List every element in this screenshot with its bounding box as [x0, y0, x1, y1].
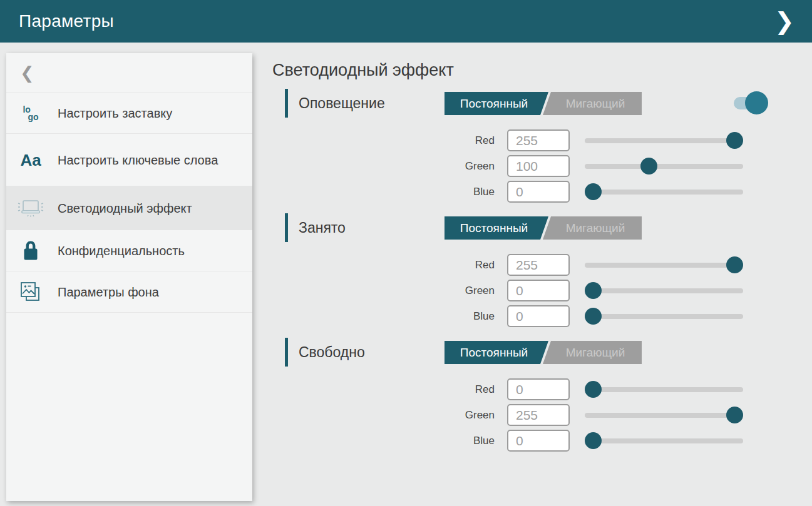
- section-busy: Занято Постоянный Мигающий Red Green: [272, 213, 812, 329]
- section-accent-bar: [285, 338, 288, 367]
- sidebar-item-label: Конфиденциальность: [58, 243, 191, 259]
- red-slider[interactable]: [585, 256, 743, 273]
- panel-title: Светодиодный эффект: [272, 61, 812, 80]
- chevron-right-icon[interactable]: ❯: [767, 0, 802, 43]
- slider-thumb[interactable]: [726, 132, 743, 149]
- led-effect-panel: Светодиодный эффект Оповещение Постоянны…: [272, 61, 812, 462]
- sidebar-item-splash-screen[interactable]: logo Настроить заставку: [6, 93, 252, 134]
- lock-icon: [16, 240, 45, 261]
- sidebar-item-keywords[interactable]: Aa Настроить ключевые слова: [6, 134, 252, 186]
- red-label: Red: [272, 383, 495, 396]
- blue-input[interactable]: [507, 305, 570, 327]
- sidebar-item-label: Светодиодный эффект: [58, 200, 198, 216]
- green-label: Green: [272, 160, 495, 173]
- slider-track: [585, 413, 743, 418]
- slider-track: [585, 164, 743, 169]
- section-notification: Оповещение Постоянный Мигающий Red Green: [272, 89, 812, 205]
- green-input[interactable]: [507, 280, 570, 301]
- slider-track: [585, 138, 743, 143]
- text-format-icon: Aa: [16, 152, 45, 168]
- section-title: Оповещение: [299, 95, 385, 112]
- red-slider[interactable]: [585, 381, 743, 398]
- red-slider[interactable]: [585, 132, 743, 149]
- mode-option-blinking[interactable]: Мигающий: [543, 341, 642, 364]
- slider-track: [585, 314, 743, 319]
- channel-row-green: Green: [272, 153, 812, 179]
- channel-row-green: Green: [272, 278, 812, 303]
- section-free: Свободно Постоянный Мигающий Red Green: [272, 338, 812, 453]
- mode-option-blinking[interactable]: Мигающий: [543, 92, 642, 115]
- chevron-left-icon: ❮: [20, 63, 34, 83]
- channel-row-blue: Blue: [272, 428, 812, 453]
- green-label: Green: [272, 409, 495, 422]
- mode-option-constant[interactable]: Постоянный: [445, 341, 548, 364]
- blue-input[interactable]: [507, 181, 570, 203]
- blue-label: Blue: [272, 186, 495, 198]
- sidebar-item-privacy[interactable]: Конфиденциальность: [6, 230, 252, 271]
- slider-thumb[interactable]: [585, 282, 602, 299]
- channel-row-red: Red: [272, 128, 812, 153]
- red-input[interactable]: [507, 254, 570, 276]
- green-input[interactable]: [507, 404, 570, 426]
- sidebar-item-label: Настроить ключевые слова: [58, 152, 224, 168]
- slider-track: [585, 438, 743, 443]
- sidebar-item-background[interactable]: Параметры фона: [6, 271, 252, 313]
- blue-slider[interactable]: [585, 432, 743, 449]
- images-icon: [16, 281, 45, 303]
- red-label: Red: [272, 134, 495, 147]
- red-input[interactable]: [507, 129, 570, 151]
- mode-option-constant[interactable]: Постоянный: [445, 216, 548, 240]
- slider-thumb[interactable]: [726, 256, 743, 273]
- slider-thumb[interactable]: [726, 407, 743, 423]
- slider-track: [585, 263, 743, 268]
- channel-row-green: Green: [272, 402, 812, 428]
- green-slider[interactable]: [585, 158, 743, 175]
- green-input[interactable]: [507, 155, 570, 177]
- green-slider[interactable]: [585, 407, 743, 423]
- section-accent-bar: [285, 213, 288, 242]
- mode-option-constant[interactable]: Постоянный: [445, 92, 548, 115]
- sidebar-item-label: Настроить заставку: [58, 105, 178, 121]
- channel-row-blue: Blue: [272, 179, 812, 205]
- mode-option-blinking[interactable]: Мигающий: [543, 216, 642, 240]
- sidebar-item-label: Параметры фона: [58, 284, 165, 300]
- page-title: Параметры: [19, 11, 114, 31]
- mode-segmented-control: Постоянный Мигающий: [445, 341, 642, 364]
- mode-segmented-control: Постоянный Мигающий: [445, 92, 642, 115]
- red-input[interactable]: [507, 378, 570, 400]
- sidebar-item-led-effect[interactable]: Светодиодный эффект: [6, 186, 252, 230]
- toggle-knob: [745, 91, 768, 114]
- slider-thumb[interactable]: [585, 308, 602, 325]
- sidebar-collapse-button[interactable]: ❮: [6, 53, 252, 93]
- section-title: Свободно: [299, 344, 365, 361]
- slider-thumb[interactable]: [640, 158, 657, 175]
- channel-row-red: Red: [272, 252, 812, 278]
- green-label: Green: [272, 285, 495, 297]
- channel-row-red: Red: [272, 377, 812, 402]
- mode-segmented-control: Постоянный Мигающий: [445, 216, 642, 240]
- slider-thumb[interactable]: [585, 381, 602, 398]
- blue-label: Blue: [272, 435, 495, 447]
- slider-track: [585, 288, 743, 293]
- blue-label: Blue: [272, 310, 495, 323]
- slider-thumb[interactable]: [585, 183, 602, 200]
- logo-icon: logo: [16, 106, 45, 121]
- channel-row-blue: Blue: [272, 303, 812, 329]
- slider-track: [585, 190, 743, 195]
- slider-thumb[interactable]: [585, 432, 602, 449]
- blue-input[interactable]: [507, 430, 570, 452]
- sidebar: ❮ logo Настроить заставку Aa Настроить к…: [6, 53, 252, 501]
- blue-slider[interactable]: [585, 308, 743, 325]
- monitor-glow-icon: [16, 198, 45, 219]
- section-title: Занято: [299, 220, 346, 236]
- section-accent-bar: [285, 89, 288, 118]
- red-label: Red: [272, 259, 495, 271]
- app-header: Параметры ❯: [0, 0, 812, 43]
- blue-slider[interactable]: [585, 183, 743, 200]
- green-slider[interactable]: [585, 282, 743, 299]
- notification-enabled-toggle[interactable]: [734, 91, 768, 114]
- slider-track: [585, 387, 743, 392]
